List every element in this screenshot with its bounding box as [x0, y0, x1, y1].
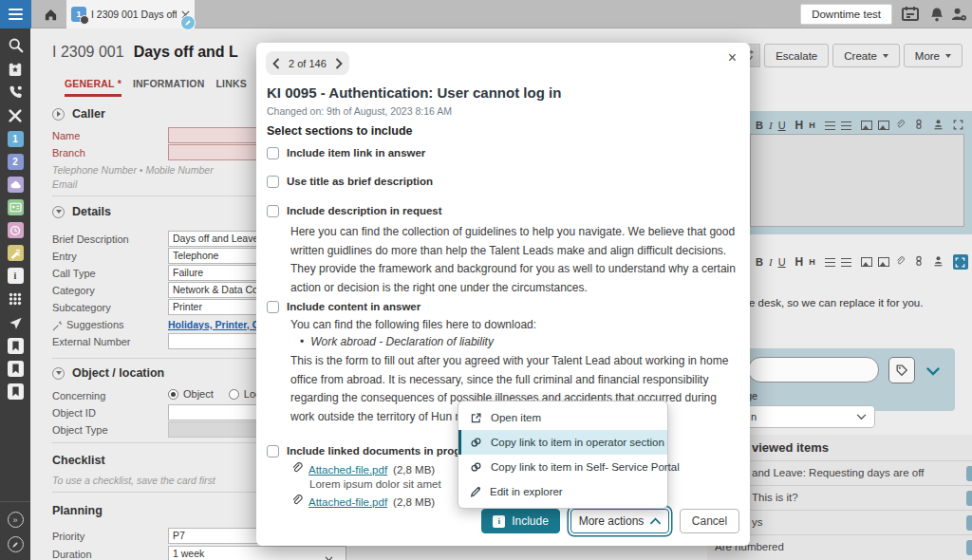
- numbered-list-icon[interactable]: [841, 258, 851, 267]
- include-button[interactable]: i Include: [481, 509, 560, 533]
- tab-general[interactable]: GENERAL *: [65, 78, 122, 97]
- collapse-caret-icon[interactable]: [52, 367, 65, 380]
- pager-prev-icon[interactable]: [272, 58, 280, 69]
- signature-icon[interactable]: [933, 253, 944, 271]
- include-linked-documents-checkbox[interactable]: [267, 445, 279, 457]
- object-location-section-heading[interactable]: Object / location: [52, 366, 164, 380]
- attachment-icon[interactable]: [895, 253, 905, 271]
- calendar-clock-icon[interactable]: [8, 222, 24, 238]
- chevron-down-icon[interactable]: [926, 363, 940, 380]
- image-alt-icon[interactable]: [878, 121, 889, 130]
- image-icon[interactable]: [861, 257, 872, 267]
- bold-icon[interactable]: B: [756, 256, 763, 268]
- fullscreen-icon[interactable]: [953, 117, 963, 134]
- escalate-button[interactable]: Escalate: [764, 44, 829, 67]
- open-card-tab[interactable]: 1 I 2309 001 Days off a...: [66, 0, 195, 28]
- call-management-icon[interactable]: [7, 84, 24, 101]
- heading-large-icon[interactable]: H: [795, 119, 804, 132]
- first-line-calls-icon[interactable]: 1: [8, 131, 24, 147]
- option-include-description: Include description in request: [267, 205, 442, 217]
- link-icon[interactable]: [914, 117, 924, 134]
- heading-small-icon[interactable]: H: [809, 121, 815, 130]
- menu-item-open-item[interactable]: Open item: [458, 405, 667, 430]
- expand-sidebar-icon[interactable]: »: [8, 512, 24, 528]
- more-actions-button[interactable]: More actions: [570, 509, 669, 533]
- include-content-checkbox[interactable]: [267, 301, 279, 313]
- bookmark-shortcut-icon[interactable]: [8, 361, 24, 377]
- content-bullet-item: •Work abroad - Declaration of liability: [300, 335, 494, 348]
- heading-small-icon[interactable]: H: [809, 257, 815, 267]
- bold-icon[interactable]: B: [756, 120, 763, 131]
- attachment-link[interactable]: Attached-file.pdf: [308, 464, 387, 476]
- signature-icon[interactable]: [933, 117, 944, 134]
- signature-list-icon[interactable]: [8, 245, 24, 261]
- bookmark-shortcut-icon[interactable]: [8, 383, 24, 400]
- collapse-caret-icon[interactable]: [52, 108, 65, 121]
- include-item-link-checkbox[interactable]: [267, 147, 279, 159]
- knowledge-item-title: KI 0095 - Authentication: User cannot lo…: [267, 84, 561, 101]
- knowledge-item-badge-icon[interactable]: i: [966, 540, 972, 555]
- answer-text-area[interactable]: [750, 134, 964, 227]
- underline-icon[interactable]: U: [778, 120, 786, 131]
- name-label: Name: [52, 130, 80, 141]
- editor-toolbar: B I U H H: [756, 117, 963, 134]
- more-actions-menu: Open item Copy link to item in operator …: [458, 401, 668, 509]
- planner-icon[interactable]: [902, 6, 919, 26]
- close-modal-icon[interactable]: ×: [728, 50, 737, 65]
- italic-icon[interactable]: I: [769, 120, 773, 131]
- numbered-list-icon[interactable]: [841, 121, 851, 130]
- user-settings-icon[interactable]: [950, 7, 967, 26]
- menu-item-copy-link-ssp[interactable]: Copy link to item in Self- Service Porta…: [458, 455, 667, 479]
- more-button[interactable]: More: [904, 44, 963, 67]
- image-icon[interactable]: [861, 121, 872, 130]
- bullet-list-icon[interactable]: [825, 121, 835, 130]
- bullet-list-icon[interactable]: [825, 258, 835, 267]
- tab-links[interactable]: LINKS: [215, 78, 247, 97]
- downtime-test-button[interactable]: Downtime test: [800, 4, 892, 25]
- edit-sidebar-icon[interactable]: [8, 536, 24, 552]
- attachment-link[interactable]: Attached-file.pdf: [308, 496, 387, 508]
- person-card-icon[interactable]: [8, 199, 24, 215]
- search-icon[interactable]: [7, 36, 24, 53]
- tag-filter-button[interactable]: [888, 357, 915, 383]
- include-description-checkbox[interactable]: [267, 205, 279, 217]
- italic-icon[interactable]: I: [769, 256, 773, 268]
- bookmark-shortcut-icon[interactable]: [8, 338, 24, 354]
- caller-section-heading[interactable]: Caller: [52, 107, 105, 121]
- image-alt-icon[interactable]: [878, 257, 889, 267]
- details-section-heading[interactable]: Details: [52, 205, 111, 218]
- dialpad-icon[interactable]: [7, 290, 24, 308]
- knowledge-item-badge-icon[interactable]: i: [966, 515, 972, 531]
- link-icon[interactable]: [914, 253, 924, 271]
- menu-item-edit-in-explorer[interactable]: Edit in explorer: [458, 479, 667, 504]
- chat-icon[interactable]: [8, 177, 24, 193]
- language-select[interactable]: n: [742, 405, 875, 428]
- hamburger-menu-icon[interactable]: [0, 0, 31, 28]
- fullscreen-icon[interactable]: [953, 254, 968, 270]
- duration-select[interactable]: 1 week: [168, 546, 346, 560]
- tab-information[interactable]: INFORMATION: [133, 78, 205, 97]
- tasks-clipboard-icon[interactable]: [7, 60, 24, 77]
- search-input[interactable]: [748, 357, 879, 383]
- use-title-checkbox[interactable]: [267, 176, 279, 188]
- underline-icon[interactable]: U: [778, 256, 786, 268]
- attachment-icon[interactable]: [895, 117, 905, 134]
- viewed-items-heading: viewed items: [752, 440, 829, 455]
- heading-large-icon[interactable]: H: [795, 255, 804, 269]
- knowledge-item-badge-icon[interactable]: i: [966, 466, 972, 481]
- send-plane-icon[interactable]: [7, 314, 24, 331]
- pager-next-icon[interactable]: [335, 58, 343, 69]
- operations-tools-icon[interactable]: [7, 107, 24, 124]
- menu-item-copy-link-operator[interactable]: Copy link to item in operator section: [458, 430, 667, 455]
- knowledge-base-icon[interactable]: i: [8, 268, 24, 284]
- second-line-calls-icon[interactable]: 2: [8, 154, 24, 170]
- cancel-button[interactable]: Cancel: [680, 509, 739, 533]
- radio-object[interactable]: [168, 389, 178, 400]
- collapse-caret-icon[interactable]: [52, 206, 65, 218]
- radio-location[interactable]: [229, 389, 239, 400]
- notifications-bell-icon[interactable]: [930, 7, 944, 26]
- create-button[interactable]: Create: [832, 44, 900, 67]
- home-icon[interactable]: [34, 0, 66, 28]
- attachment-row: Attached-file.pdf (2,8 MB): [290, 494, 435, 511]
- knowledge-item-badge-icon[interactable]: i: [966, 491, 972, 506]
